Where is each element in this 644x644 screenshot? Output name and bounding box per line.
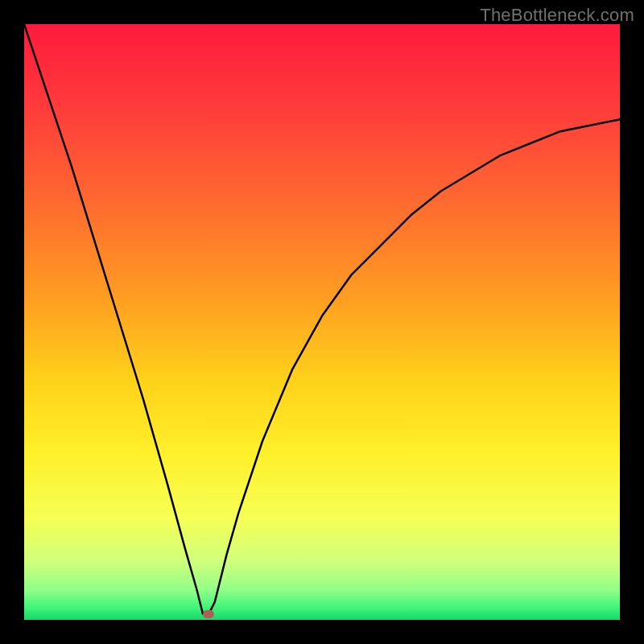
bottleneck-curve <box>24 24 620 614</box>
watermark-text: TheBottleneck.com <box>480 5 634 26</box>
chart-frame: TheBottleneck.com <box>0 0 644 644</box>
plot-area <box>24 24 620 620</box>
curve-layer <box>24 24 620 620</box>
